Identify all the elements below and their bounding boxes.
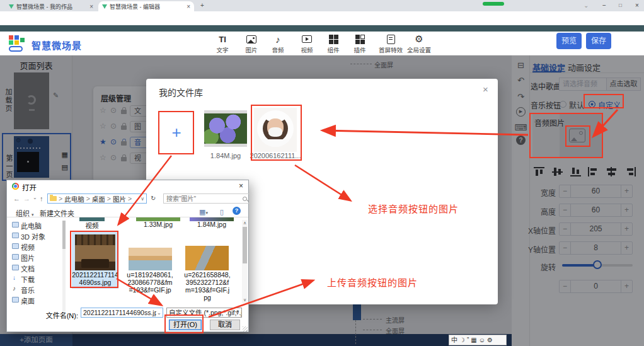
filename-caret-icon[interactable]: ⌄ [157,310,161,316]
save-button[interactable]: 保存 [586,33,611,49]
browser-tab-my-works[interactable]: 智慧微场景 - 我的作品 × [5,1,97,11]
browser-tab-editor[interactable]: 智慧微场景 - 编辑器 × [98,1,194,11]
scroll-up-icon[interactable]: ∧ [242,221,248,226]
nav-downloads[interactable]: 下载 [21,274,35,284]
global-settings-gear-icon: ⚙ [401,34,437,44]
dialog-help-icon: ? [233,207,241,215]
tab-close-icon[interactable]: × [187,3,190,10]
green-status-pill [483,2,504,6]
plugins-tool-icon [346,34,374,44]
dialog-up-icon[interactable]: ↑ [40,195,43,202]
music-icon: ♪ [13,285,16,292]
open-file-dialog: 打开 × ← → ⌄ ↑ > 此电脑 > 桌面 > 图片 > ∨ ↻ 组织 ▾ … [6,180,249,332]
tool-components[interactable]: 组件 [319,34,347,54]
dialog-close-icon[interactable]: × [239,182,243,190]
tab-close-icon[interactable]: × [89,3,93,10]
new-tab-button[interactable]: + [200,2,204,9]
ime-halfwidth-moon-icon[interactable]: ☽ [459,336,465,344]
tool-text[interactable]: TI 文字 [209,34,236,54]
dialog-history-caret-icon[interactable]: ⌄ [33,195,37,200]
filetype-dropdown[interactable]: 自定义文件 (*.png;*.gif;*.jfif;*.j [166,308,242,318]
tool-plugins[interactable]: 插件 [346,34,374,54]
dialog-refresh-icon[interactable]: ↻ [151,195,156,202]
view-mode-icon[interactable]: ▦▾ [199,208,208,216]
nav-documents[interactable]: 文档 [21,263,35,274]
dialog-search-box[interactable] [163,193,250,204]
search-icon [243,197,247,201]
breadcrumb-item[interactable]: 图片 [113,194,126,204]
search-input[interactable] [166,195,243,202]
nav-3d-objects[interactable]: 3D 对象 [21,231,45,241]
preview-pane-icon[interactable]: ▯ [220,208,224,216]
filename-label: 文件名(N): [25,310,78,320]
resize-grip[interactable] [243,326,248,332]
browser-url-bar: ← → ↻ ms.kyk251.cn/#/editor/58e29f5ad385… [0,11,644,25]
library-item-nurse[interactable] [254,108,297,152]
tab-title: 智慧微场景 - 编辑器 [110,3,160,11]
downloads-icon: ↓ [13,274,16,281]
window-minimize-button[interactable]: − [602,2,606,9]
dialog-forward-icon[interactable]: → [23,195,30,202]
upload-plus-icon: + [171,123,181,142]
vue-favicon [9,4,14,9]
audio-tool-icon: ♪ [264,34,292,44]
window-caret-icon[interactable]: ⌄ [584,2,589,9]
ime-punctuation-icon[interactable]: ” [467,336,469,344]
tab-title: 智慧微场景 - 我的作品 [16,3,72,11]
ime-soft-keyboard-icon[interactable]: ▦ [471,336,476,344]
window-close-button[interactable]: × [635,2,639,9]
cancel-button[interactable]: 取消 [210,320,240,330]
library-item-name: 1.84M.jpg [197,152,255,159]
nav-music[interactable]: 音乐 [21,285,35,295]
page-top-strip [0,25,644,32]
nav-this-pc[interactable]: 此电脑 [21,221,42,231]
nav-pictures[interactable]: 图片 [21,253,35,263]
modal-close-icon[interactable]: × [483,84,488,95]
file-label[interactable]: 1.33M.jpg [136,221,180,228]
video-tool-icon [293,34,321,44]
autumn-thumbnail[interactable] [185,246,229,270]
ime-toolbar[interactable]: 图 中 ☽ ” ▦ ☺ ⚙ [449,335,507,345]
file-area-scrollbar[interactable]: ∧ ∨ [242,220,248,303]
browser-tab-strip: 智慧微场景 - 我的作品 × 智慧微场景 - 编辑器 × + ⌄ − □ × [0,0,644,11]
flower-thumbnail [204,113,247,144]
modal-title: 我的文件库 [159,86,203,98]
vue-favicon [102,4,107,9]
ime-chinese-mode-icon[interactable]: 中 [451,336,457,344]
preview-button[interactable]: 预览 [556,33,582,49]
nav-desktop[interactable]: 桌面 [21,296,35,306]
breadcrumb[interactable]: > 此电脑 > 桌面 > 图片 > ∨ [47,193,147,204]
breadcrumb-caret-icon[interactable]: ∨ [141,196,144,202]
tool-image[interactable]: 图片 [238,34,265,54]
scroll-down-icon[interactable]: ∨ [242,297,248,303]
image-tool-icon [238,34,265,44]
components-tool-icon [319,34,347,44]
annotation-text-upload: 上传音频按钮的图片 [327,275,418,289]
file-label[interactable]: 视频 [79,221,105,230]
window-maximize-button[interactable]: □ [619,3,622,8]
nav-scrollbar[interactable] [62,221,66,315]
breadcrumb-item[interactable]: 桌面 [92,194,105,204]
dialog-back-icon[interactable]: ← [13,195,20,202]
restaurant-thumbnail[interactable] [75,234,115,270]
lake-thumbnail[interactable] [129,248,172,270]
filename-input[interactable] [81,308,163,318]
tool-video[interactable]: 视频 [293,34,321,54]
chrome-logo-icon [12,183,19,190]
app-title: 智慧微场景 [32,38,82,52]
tool-global-settings[interactable]: ⚙ 全局设置 [401,34,437,54]
dialog-title: 打开 [22,182,37,192]
tool-audio[interactable]: ♪ 音频 [264,34,292,54]
open-button[interactable]: 打开(O) [169,320,202,330]
nav-videos[interactable]: 视频 [21,242,35,252]
filetype-caret-icon[interactable]: ∨ [236,310,239,316]
nurse-thumbnail [257,110,294,147]
upload-tile[interactable]: + [159,112,194,154]
ime-emoji-icon[interactable]: ☺ [479,336,485,344]
screen: 智慧微场景 - 我的作品 × 智慧微场景 - 编辑器 × + ⌄ − □ × ←… [0,0,644,346]
annotation-text-select: 选择音频按钮的图片 [368,202,459,215]
library-item-flower[interactable] [204,110,247,147]
file-label[interactable]: 1.84M.jpg [190,221,234,228]
breadcrumb-item[interactable]: 此电脑 [64,194,84,204]
ime-settings-icon[interactable]: ⚙ [487,336,493,344]
